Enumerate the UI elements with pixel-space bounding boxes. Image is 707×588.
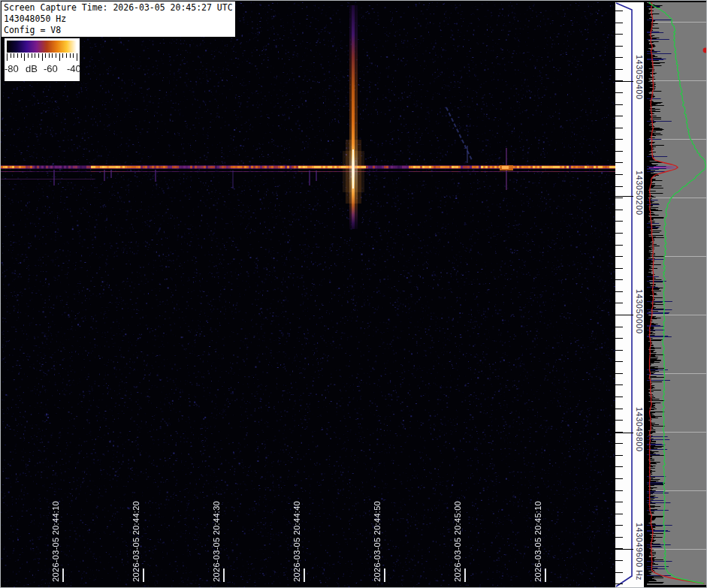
time-label: 2026-03-05 20:44:50 [373, 501, 382, 582]
freq-minor-tick [615, 455, 623, 456]
colorscale-tick [62, 53, 63, 58]
colorscale-tick [73, 53, 74, 58]
colorscale-tick [70, 53, 71, 58]
freq-minor-tick [615, 198, 623, 198]
colorscale-tick [77, 53, 77, 61]
colorscale-tick [59, 53, 60, 61]
freq-minor-tick [615, 583, 623, 584]
freq-minor-tick [615, 210, 623, 210]
colorscale-tick [21, 53, 22, 58]
center-frequency-text: 143048050 Hz [4, 14, 233, 25]
freq-minor-tick [615, 572, 623, 573]
freq-minor-tick [615, 46, 623, 47]
info-box: Screen Capture Time: 2026-03-05 20:45:27… [2, 2, 235, 37]
freq-label: 143049800 [635, 407, 644, 452]
freq-minor-tick [615, 233, 623, 234]
time-label: 2026-03-05 20:44:10 [51, 501, 60, 582]
freq-minor-tick [615, 245, 623, 246]
freq-minor-tick [615, 384, 623, 385]
freq-label: 143050400 [635, 55, 644, 100]
freq-minor-tick [615, 490, 623, 491]
freq-minor-tick [615, 174, 623, 175]
freq-minor-tick [615, 537, 623, 538]
freq-minor-tick [615, 350, 623, 351]
time-tick [62, 568, 64, 582]
time-tick [545, 568, 546, 582]
freq-minor-tick [615, 34, 623, 35]
freq-minor-tick [615, 420, 623, 421]
colorscale-tick [45, 53, 46, 58]
waterfall-spectrogram[interactable] [1, 1, 615, 588]
freq-minor-tick [615, 279, 623, 280]
colorscale-label: -80 [5, 63, 19, 74]
colorscale-tick [28, 53, 29, 58]
freq-major-tick [615, 315, 633, 315]
freq-minor-tick [615, 409, 623, 409]
time-tick [464, 568, 466, 582]
colorscale-tick [7, 53, 8, 61]
spectrogram-window: Screen Capture Time: 2026-03-05 20:45:27… [0, 0, 707, 588]
freq-minor-tick [615, 69, 623, 70]
freq-minor-tick [615, 57, 623, 58]
freq-minor-tick [615, 186, 623, 187]
freq-minor-tick [615, 23, 623, 23]
freq-minor-tick [615, 373, 623, 374]
freq-major-tick [615, 196, 633, 197]
time-tick [304, 568, 305, 582]
freq-minor-tick [615, 466, 623, 467]
freq-minor-tick [615, 502, 623, 502]
spectrum-side-panel[interactable] [645, 1, 707, 588]
colorscale-label: -60 [44, 63, 58, 74]
freq-minor-tick [615, 92, 623, 93]
freq-minor-tick [615, 116, 623, 116]
freq-major-tick [615, 549, 633, 550]
time-tick [223, 568, 225, 582]
time-label: 2026-03-05 20:45:00 [453, 501, 462, 582]
freq-minor-tick [615, 303, 623, 303]
freq-minor-tick [615, 514, 623, 514]
colorscale-tick [35, 53, 35, 58]
freq-label: 143049600 [635, 523, 644, 568]
time-label: 2026-03-05 20:44:40 [292, 501, 301, 582]
freq-major-tick [615, 433, 633, 433]
frequency-axis: 1430504001430502001430500001430498001430… [615, 2, 644, 587]
colorscale-tick [11, 53, 11, 58]
freq-minor-tick [615, 128, 623, 128]
freq-minor-tick [615, 139, 623, 140]
freq-minor-tick [615, 11, 623, 11]
freq-label: 143050200 [635, 170, 644, 216]
colorscale-tick [17, 53, 18, 58]
colorscale-tick [49, 53, 50, 58]
freq-minor-tick [615, 525, 623, 526]
colorscale-tick [66, 53, 67, 58]
freq-minor-tick [615, 151, 623, 152]
freq-minor-tick [615, 338, 623, 339]
colorscale-label: dB [26, 63, 38, 74]
frequency-unit-label: Hz [635, 570, 644, 580]
freq-minor-tick [615, 361, 623, 362]
freq-minor-tick [615, 443, 623, 444]
freq-minor-tick [615, 478, 623, 479]
color-scale-legend: -80dB-60-40 [5, 38, 80, 81]
freq-minor-tick [615, 221, 623, 222]
colorscale-tick [56, 53, 56, 58]
freq-minor-tick [615, 397, 623, 397]
colorscale-tick [38, 53, 39, 58]
colorscale-tick [42, 53, 43, 61]
freq-minor-tick [615, 256, 623, 257]
freq-major-tick [615, 81, 633, 82]
freq-minor-tick [615, 104, 623, 105]
freq-minor-tick [615, 291, 623, 292]
config-text: Config = V8 [4, 25, 233, 36]
time-label: 2026-03-05 20:44:30 [212, 501, 221, 582]
colorscale-tick [32, 53, 32, 58]
colorscale-label: -40 [67, 63, 81, 74]
capture-time-text: Screen Capture Time: 2026-03-05 20:45:27… [4, 2, 233, 14]
freq-minor-tick [615, 560, 623, 561]
time-label: 2026-03-05 20:45:10 [533, 501, 542, 582]
freq-label: 143050000 [635, 289, 644, 334]
freq-minor-tick [615, 327, 623, 327]
freq-minor-tick [615, 162, 623, 163]
time-label: 2026-03-05 20:44:20 [131, 501, 140, 582]
time-tick [143, 568, 144, 582]
